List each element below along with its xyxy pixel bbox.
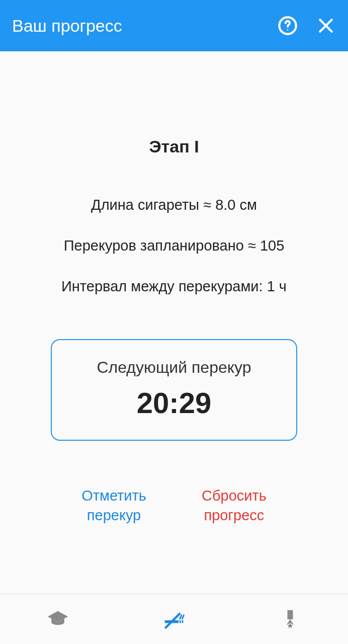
- interval-info: Интервал между перекурами: 1 ч: [61, 278, 287, 295]
- help-button[interactable]: [278, 16, 298, 36]
- main-content: Этап I Длина сигареты ≈ 8.0 см Перекуров…: [0, 51, 348, 594]
- next-break-box: Следующий перекур 20:29: [51, 339, 297, 441]
- nav-achievements[interactable]: [232, 594, 348, 644]
- nav-learn[interactable]: [0, 594, 116, 644]
- breaks-planned-info: Перекуров запланировано ≈ 105: [64, 237, 285, 254]
- action-row: Отметитьперекур Сброситьпрогресс: [0, 486, 348, 525]
- mark-break-button[interactable]: Отметитьперекур: [81, 486, 146, 525]
- svg-rect-8: [287, 610, 293, 619]
- graduation-cap-icon: [47, 608, 69, 630]
- medal-icon: [279, 608, 301, 630]
- svg-rect-6: [182, 620, 184, 623]
- cigarette-length-info: Длина сигареты ≈ 8.0 см: [91, 197, 257, 213]
- bottom-nav: [0, 594, 348, 644]
- nav-progress[interactable]: [116, 594, 232, 644]
- header-actions: [278, 16, 336, 36]
- no-smoking-icon: [163, 608, 185, 630]
- stage-title: Этап I: [149, 137, 199, 156]
- next-break-time: 20:29: [62, 386, 286, 420]
- page-title: Ваш прогресс: [12, 16, 278, 36]
- help-icon: [278, 16, 298, 36]
- next-break-label: Следующий перекур: [62, 358, 286, 377]
- app-header: Ваш прогресс: [0, 0, 348, 51]
- svg-rect-5: [180, 620, 181, 623]
- svg-point-1: [287, 29, 289, 31]
- close-button[interactable]: [316, 16, 336, 36]
- reset-progress-button[interactable]: Сброситьпрогресс: [202, 486, 267, 525]
- close-icon: [316, 16, 336, 36]
